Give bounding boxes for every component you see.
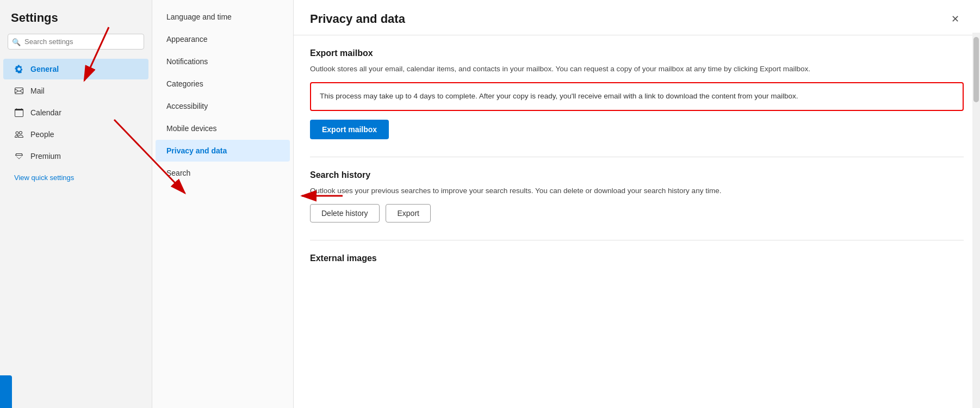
- divider-1: [310, 157, 964, 157]
- sidebar-label-general: General: [30, 65, 59, 73]
- settings-container: Settings 🔍 General Mail: [0, 0, 980, 408]
- export-mailbox-desc: Outlook stores all your email, calendar …: [310, 64, 964, 75]
- sidebar-label-mail: Mail: [30, 86, 45, 95]
- external-images-title: External images: [310, 254, 964, 263]
- search-history-buttons: Delete history Export: [310, 204, 964, 222]
- main-body: Export mailbox Outlook stores all your e…: [294, 35, 980, 408]
- scrollbar-thumb[interactable]: [973, 37, 979, 102]
- secondary-item-notifications[interactable]: Notifications: [156, 51, 290, 72]
- page-title: Privacy and data: [310, 12, 405, 26]
- export-mailbox-section: Export mailbox Outlook stores all your e…: [310, 48, 964, 139]
- mail-icon: [14, 86, 24, 96]
- secondary-item-appearance[interactable]: Appearance: [156, 28, 290, 50]
- diamond-icon: [14, 151, 24, 161]
- quick-settings-link[interactable]: View quick settings: [3, 169, 148, 186]
- export-mailbox-info-text: This process may take up to 4 days to co…: [320, 92, 798, 100]
- scrollbar[interactable]: [972, 33, 980, 408]
- secondary-item-privacy-data[interactable]: Privacy and data: [156, 140, 290, 162]
- search-history-desc: Outlook uses your previous searches to i…: [310, 186, 964, 196]
- secondary-sidebar: Language and time Appearance Notificatio…: [152, 0, 294, 408]
- search-history-section: Search history Outlook uses your previou…: [310, 170, 964, 222]
- search-input[interactable]: [8, 34, 144, 50]
- sidebar-item-general[interactable]: General: [3, 59, 148, 79]
- bottom-blue-bar: [0, 375, 12, 408]
- sidebar-label-premium: Premium: [30, 152, 61, 160]
- sidebar-item-mail[interactable]: Mail: [3, 81, 148, 101]
- people-icon: [14, 129, 24, 139]
- export-history-button[interactable]: Export: [386, 204, 430, 222]
- secondary-item-categories[interactable]: Categories: [156, 73, 290, 95]
- secondary-item-language-time[interactable]: Language and time: [156, 6, 290, 28]
- gear-icon: [14, 64, 24, 74]
- app-title: Settings: [0, 11, 152, 34]
- external-images-section: External images: [310, 254, 964, 263]
- sidebar-item-premium[interactable]: Premium: [3, 146, 148, 166]
- search-box[interactable]: 🔍: [8, 34, 144, 50]
- delete-history-button[interactable]: Delete history: [310, 204, 380, 222]
- close-button[interactable]: ✕: [947, 11, 964, 27]
- secondary-item-accessibility[interactable]: Accessibility: [156, 95, 290, 117]
- calendar-icon: [14, 108, 24, 118]
- divider-2: [310, 240, 964, 240]
- export-mailbox-title: Export mailbox: [310, 48, 964, 58]
- sidebar-label-calendar: Calendar: [30, 108, 61, 117]
- search-history-title: Search history: [310, 170, 964, 180]
- primary-sidebar: Settings 🔍 General Mail: [0, 0, 152, 408]
- export-mailbox-info-box: This process may take up to 4 days to co…: [310, 82, 964, 110]
- main-content: Privacy and data ✕ Export mailbox Outloo…: [294, 0, 980, 408]
- sidebar-item-people[interactable]: People: [3, 124, 148, 145]
- main-header: Privacy and data ✕: [294, 0, 980, 35]
- sidebar-item-calendar[interactable]: Calendar: [3, 102, 148, 123]
- secondary-item-mobile-devices[interactable]: Mobile devices: [156, 118, 290, 139]
- search-icon: 🔍: [12, 38, 21, 46]
- secondary-item-search[interactable]: Search: [156, 162, 290, 184]
- export-mailbox-button[interactable]: Export mailbox: [310, 120, 389, 139]
- sidebar-label-people: People: [30, 130, 54, 139]
